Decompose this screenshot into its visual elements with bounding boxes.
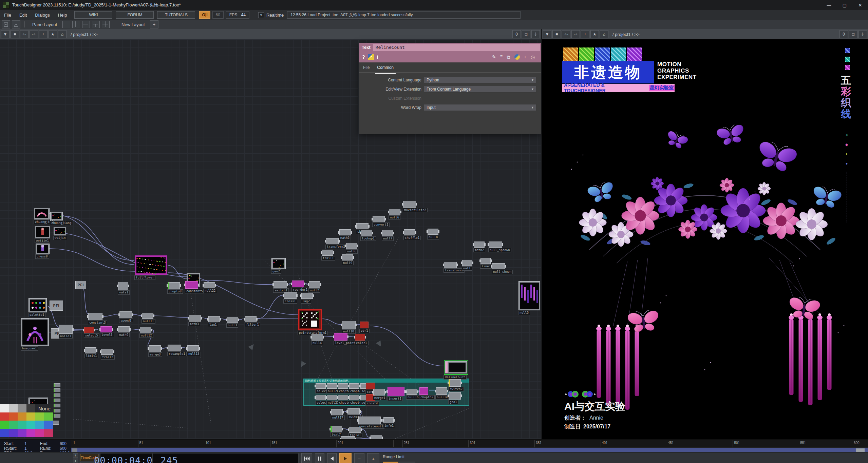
timeline-i-button[interactable]: I xyxy=(73,459,78,463)
node-null20[interactable]: null20 xyxy=(327,383,337,389)
node-resample1[interactable]: resample1 xyxy=(168,345,181,351)
node-chopto5[interactable]: chopto5 xyxy=(356,223,369,229)
node-null12[interactable]: null12 xyxy=(140,327,151,333)
comment-icon[interactable]: ❞ xyxy=(500,54,503,60)
node-chopexec1[interactable]: chopexec1 xyxy=(341,436,355,439)
node-PFI[interactable]: PFI xyxy=(50,301,63,311)
target-icon[interactable]: ◎ xyxy=(531,54,535,60)
playhead[interactable] xyxy=(394,440,394,447)
node-null13[interactable]: null13 xyxy=(187,345,199,351)
node-convert1[interactable]: convert1 xyxy=(373,216,385,222)
palette-swatch[interactable] xyxy=(0,429,9,437)
node-filter1[interactable]: filter1 xyxy=(245,316,257,322)
node-merge3[interactable]: merge3 xyxy=(149,345,161,352)
node-dress8[interactable]: dress8 xyxy=(36,244,50,254)
node[interactable] xyxy=(54,388,60,392)
left-forward-icon[interactable]: ⇨ xyxy=(30,30,38,38)
left-dropdown-icon[interactable]: ▼ xyxy=(1,30,10,38)
tab-file[interactable]: File xyxy=(363,65,370,73)
palette-swatch[interactable] xyxy=(0,404,9,412)
node[interactable] xyxy=(54,414,60,418)
layout-single-icon[interactable] xyxy=(62,21,70,28)
palette-swatch[interactable] xyxy=(35,412,44,421)
palette-swatch[interactable] xyxy=(0,412,9,421)
jump-start-button[interactable] xyxy=(301,453,312,463)
node-math6[interactable]: math6 xyxy=(346,243,357,249)
node-lag1[interactable]: lag1 xyxy=(208,316,220,322)
minimize-button[interactable]: — xyxy=(821,0,837,10)
range-handle-right[interactable] xyxy=(856,448,865,452)
loop-button[interactable]: Loop xyxy=(383,462,398,463)
palette-none-button[interactable]: None xyxy=(35,404,54,412)
layout-split-horizontal-icon[interactable] xyxy=(82,21,90,28)
node-moviefileout1[interactable]: moviefileout1 xyxy=(358,417,381,424)
palette-swatch[interactable] xyxy=(44,421,53,429)
node-geo1[interactable]: geo1 xyxy=(449,392,461,400)
palette-swatch[interactable] xyxy=(44,429,53,437)
node-lookup1[interactable]: lookup1 xyxy=(361,230,372,236)
left-maximize-icon[interactable]: □ xyxy=(522,30,530,38)
node-null21[interactable]: null21 xyxy=(327,395,337,400)
right-back-icon[interactable]: ⇦ xyxy=(562,30,570,38)
node-lag2[interactable]: lag2 xyxy=(301,293,313,299)
frame-back-button[interactable]: − xyxy=(354,453,364,463)
node-pointtransform1[interactable]: pointtransform1 xyxy=(298,309,322,330)
copy-icon[interactable]: ⧉ xyxy=(507,54,510,60)
node[interactable] xyxy=(54,383,60,387)
node[interactable] xyxy=(54,393,60,397)
left-home-icon[interactable]: ⌂ xyxy=(58,30,67,38)
menu-dialogs[interactable]: Dialogs xyxy=(31,13,54,18)
menu-file[interactable]: File xyxy=(0,13,15,18)
left-star-icon[interactable]: ★ xyxy=(49,30,57,38)
menu-edit[interactable]: Edit xyxy=(15,13,31,18)
node[interactable] xyxy=(54,399,60,402)
node-chopto6[interactable]: chopto6 xyxy=(338,395,348,400)
layout-mixed-icon[interactable] xyxy=(92,21,100,28)
node-shuffle1[interactable]: shuffle1 xyxy=(404,229,415,235)
node-geo2[interactable]: geo2 xyxy=(271,258,286,269)
help-context-icon[interactable]: ? xyxy=(368,54,374,60)
left-dock-icon[interactable]: ⇩ xyxy=(531,30,540,38)
node-null11[interactable]: null11 xyxy=(142,313,153,319)
new-layout-add-button[interactable]: + xyxy=(150,20,158,28)
node-chopto3[interactable]: chopto3 xyxy=(338,383,348,389)
node-weijin1[interactable]: weijin1 xyxy=(35,226,50,238)
node-null8[interactable]: null8 xyxy=(428,229,438,235)
node-switch1[interactable]: switch1 xyxy=(273,281,287,288)
palette-swatch[interactable] xyxy=(9,412,18,421)
node-transform2[interactable]: transform2 xyxy=(326,238,339,244)
timeline-slash-button[interactable]: / xyxy=(73,453,78,458)
tab-common[interactable]: Common xyxy=(377,65,394,73)
node-select8[interactable]: select8 xyxy=(316,395,326,400)
param-dropdown[interactable]: Input▼ xyxy=(424,104,536,111)
palette-swatch[interactable] xyxy=(9,404,18,412)
right-dropdown-icon[interactable]: ▼ xyxy=(543,30,551,38)
left-add-icon[interactable]: + xyxy=(39,30,48,38)
node-null17[interactable]: null17 xyxy=(331,409,343,415)
operator-name-field[interactable]: RelineCount xyxy=(373,44,540,51)
node-null3[interactable]: null3 xyxy=(227,317,238,323)
palette-swatch[interactable] xyxy=(9,429,18,437)
node-zhuangji01[interactable]: zhuangji01 xyxy=(34,208,50,219)
palette-swatch[interactable] xyxy=(35,429,44,437)
node-reorder1[interactable]: reorder1 xyxy=(292,281,304,287)
node-chopto4[interactable]: chopto4 xyxy=(349,383,359,389)
node-select6[interactable]: select6 xyxy=(316,383,326,389)
node-null5[interactable]: null5 xyxy=(518,281,540,310)
palette-swatch[interactable] xyxy=(18,404,26,412)
node-merge1[interactable]: merge1 xyxy=(373,389,385,396)
pause-button[interactable] xyxy=(315,453,324,463)
node-constant5[interactable]: constant5 xyxy=(185,281,198,289)
node-mat1[interactable]: mat1 xyxy=(462,260,472,266)
node-const3[interactable]: const3 xyxy=(366,383,375,389)
node-null9[interactable]: null9 xyxy=(342,254,353,261)
node-trail1[interactable]: trail1 xyxy=(322,250,333,256)
range-handle-left[interactable] xyxy=(72,448,77,452)
timeline-range-bar[interactable] xyxy=(71,447,868,452)
play-forward-button[interactable] xyxy=(339,453,352,463)
node-fullflower[interactable]: fullflower xyxy=(135,255,167,275)
fps-cap-field[interactable]: 60 xyxy=(212,11,224,19)
palette-swatch[interactable] xyxy=(44,412,53,421)
link-wiki[interactable]: WIKI xyxy=(74,11,112,19)
node-null22[interactable]: null22 xyxy=(204,282,215,288)
